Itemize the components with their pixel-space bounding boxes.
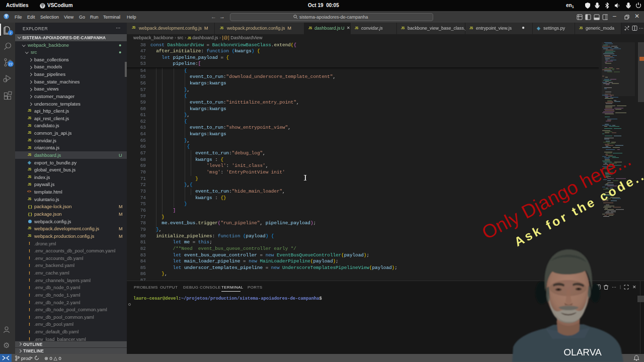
svg-text:OLARVA: OLARVA [564, 347, 602, 357]
